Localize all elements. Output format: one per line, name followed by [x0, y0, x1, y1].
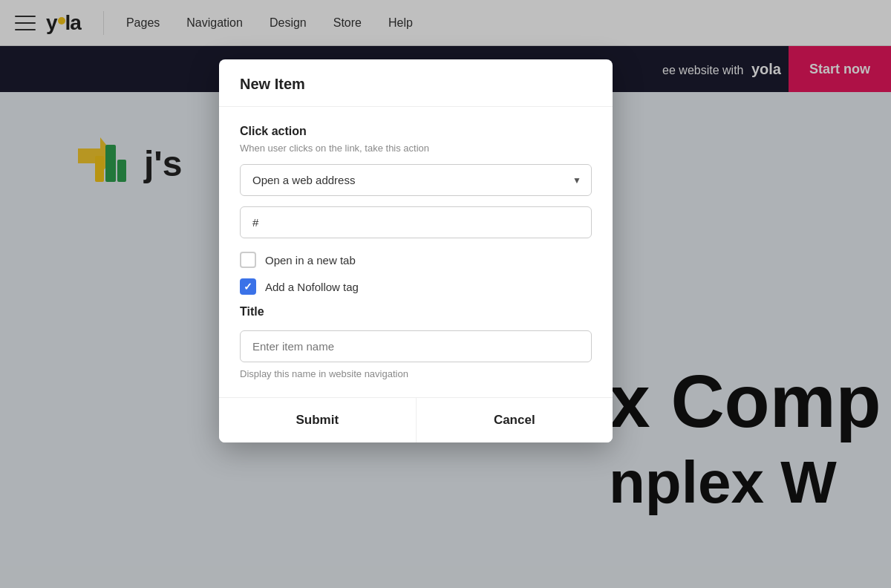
- click-action-label: Click action: [240, 125, 592, 138]
- new-tab-checkbox[interactable]: [240, 252, 256, 268]
- modal-body: Click action When user clicks on the lin…: [219, 107, 613, 397]
- title-input[interactable]: [240, 330, 592, 362]
- modal-header: New Item: [219, 59, 613, 107]
- url-input[interactable]: [240, 206, 592, 238]
- new-tab-label: Open in a new tab: [265, 254, 356, 267]
- submit-button[interactable]: Submit: [219, 398, 417, 442]
- new-item-modal: New Item Click action When user clicks o…: [219, 59, 613, 442]
- title-label: Title: [240, 305, 592, 318]
- click-action-section: Click action When user clicks on the lin…: [240, 125, 592, 252]
- title-section: Title Display this name in website navig…: [240, 305, 592, 379]
- cancel-button[interactable]: Cancel: [417, 398, 613, 442]
- click-action-select-wrapper: Open a web address Open a page Send an e…: [240, 164, 592, 196]
- title-hint: Display this name in website navigation: [240, 368, 592, 379]
- modal-title: New Item: [240, 76, 592, 93]
- new-tab-row: Open in a new tab: [240, 252, 592, 268]
- nofollow-label: Add a Nofollow tag: [265, 281, 359, 293]
- click-action-select[interactable]: Open a web address Open a page Send an e…: [240, 164, 592, 196]
- modal-footer: Submit Cancel: [219, 397, 613, 442]
- click-action-sublabel: When user clicks on the link, take this …: [240, 143, 592, 154]
- nofollow-checkbox[interactable]: [240, 278, 256, 295]
- nofollow-row: Add a Nofollow tag: [240, 278, 592, 295]
